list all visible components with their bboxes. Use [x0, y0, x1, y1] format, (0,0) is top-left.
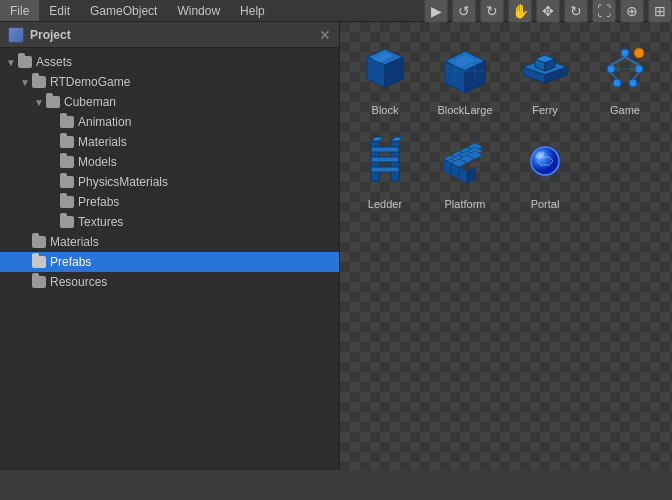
- svg-line-23: [625, 57, 639, 65]
- asset-label-portal: Portal: [531, 198, 560, 210]
- asset-item-blocklarge[interactable]: BlockLarge: [430, 32, 500, 116]
- tree-arrow-assets: [4, 55, 18, 69]
- folder-icon-physicsmaterials: [60, 176, 74, 188]
- asset-thumb-ledder: [350, 126, 420, 196]
- asset-label-block: Block: [372, 104, 399, 116]
- folder-icon-prefabs: [32, 256, 46, 268]
- tree-arrow-cubeman: [32, 95, 46, 109]
- folder-icon-textures-sub: [60, 216, 74, 228]
- tree-item-cubeman[interactable]: Cubeman: [0, 92, 339, 112]
- project-panel: Project ✕ Assets RTDemoGame Cubeman: [0, 22, 340, 470]
- asset-label-ferry: Ferry: [532, 104, 558, 116]
- rotate-tool-button[interactable]: ↻: [564, 0, 588, 23]
- tree-item-prefabs-sub[interactable]: Prefabs: [0, 192, 339, 212]
- ferry-icon: [517, 39, 573, 95]
- tree-item-animation[interactable]: Animation: [0, 112, 339, 132]
- tree-label-models: Models: [78, 155, 117, 169]
- asset-thumb-platform: [430, 126, 500, 196]
- folder-icon-rtdemogame: [32, 76, 46, 88]
- asset-thumb-game: [590, 32, 660, 102]
- svg-marker-49: [459, 167, 467, 183]
- tree-item-materials[interactable]: Materials: [0, 232, 339, 252]
- hand-tool-button[interactable]: ✋: [508, 0, 532, 23]
- panel-title: Project: [8, 27, 71, 43]
- move-tool-button[interactable]: ✥: [536, 0, 560, 23]
- tree-label-resources: Resources: [50, 275, 107, 289]
- svg-line-22: [611, 57, 625, 65]
- tree-label-rtdemogame: RTDemoGame: [50, 75, 130, 89]
- tree-item-physicsmaterials[interactable]: PhysicsMaterials: [0, 172, 339, 192]
- svg-rect-31: [371, 157, 399, 162]
- menu-edit[interactable]: Edit: [39, 0, 80, 21]
- platform-icon: [437, 133, 493, 189]
- panel-icon: [8, 27, 24, 43]
- svg-point-17: [621, 49, 629, 57]
- panel-title-label: Project: [30, 28, 71, 42]
- asset-grid: Block BlockLa: [340, 22, 672, 470]
- menu-gameobject[interactable]: GameObject: [80, 0, 167, 21]
- folder-icon-resources: [32, 276, 46, 288]
- tree-label-textures-sub: Textures: [78, 215, 123, 229]
- panel-close-button[interactable]: ✕: [319, 28, 331, 42]
- tree-label-cubeman: Cubeman: [64, 95, 116, 109]
- svg-point-52: [531, 147, 559, 175]
- folder-icon-cubeman: [46, 96, 60, 108]
- svg-line-24: [611, 73, 617, 79]
- asset-item-block[interactable]: Block: [350, 32, 420, 116]
- asset-item-game[interactable]: Game: [590, 32, 660, 116]
- game-icon: [597, 39, 653, 95]
- tree-item-resources[interactable]: Resources: [0, 272, 339, 292]
- svg-marker-33: [371, 137, 383, 141]
- main-content: Project ✕ Assets RTDemoGame Cubeman: [0, 22, 672, 470]
- svg-point-27: [634, 48, 644, 58]
- play-button[interactable]: ▶: [424, 0, 448, 23]
- folder-icon-assets: [18, 56, 32, 68]
- extra-button[interactable]: ⊞: [648, 0, 672, 23]
- asset-label-game: Game: [610, 104, 640, 116]
- asset-view: Block BlockLa: [340, 22, 672, 470]
- tree-item-models[interactable]: Models: [0, 152, 339, 172]
- svg-rect-32: [371, 167, 399, 172]
- asset-label-platform: Platform: [445, 198, 486, 210]
- asset-thumb-ferry: [510, 32, 580, 102]
- asset-item-platform[interactable]: Platform: [430, 126, 500, 210]
- tree-item-assets[interactable]: Assets: [0, 52, 339, 72]
- tree-item-materials-sub[interactable]: Materials: [0, 132, 339, 152]
- ledder-icon: [357, 133, 413, 189]
- svg-line-25: [633, 73, 639, 79]
- tree-label-prefabs-sub: Prefabs: [78, 195, 119, 209]
- folder-icon-animation: [60, 116, 74, 128]
- menu-bar: File Edit GameObject Window Help ▶ ↺ ↻ ✋…: [0, 0, 672, 22]
- menu-help[interactable]: Help: [230, 0, 275, 21]
- undo-button[interactable]: ↺: [452, 0, 476, 23]
- block-icon: [357, 39, 413, 95]
- global-button[interactable]: ⊕: [620, 0, 644, 23]
- svg-point-20: [613, 79, 621, 87]
- asset-thumb-block: [350, 32, 420, 102]
- panel-header: Project ✕: [0, 22, 339, 48]
- svg-rect-30: [371, 147, 399, 152]
- blocklarge-icon: [437, 39, 493, 95]
- tree-item-rtdemogame[interactable]: RTDemoGame: [0, 72, 339, 92]
- svg-marker-50: [467, 167, 475, 183]
- tree-label-materials-sub: Materials: [78, 135, 127, 149]
- tree-label-assets: Assets: [36, 55, 72, 69]
- tree-label-physicsmaterials: PhysicsMaterials: [78, 175, 168, 189]
- folder-icon-models: [60, 156, 74, 168]
- tree-label-materials: Materials: [50, 235, 99, 249]
- menu-window[interactable]: Window: [167, 0, 230, 21]
- folder-icon-prefabs-sub: [60, 196, 74, 208]
- portal-icon: [517, 133, 573, 189]
- menu-file[interactable]: File: [0, 0, 39, 21]
- folder-icon-materials-sub: [60, 136, 74, 148]
- asset-item-portal[interactable]: Portal: [510, 126, 580, 210]
- redo-button[interactable]: ↻: [480, 0, 504, 23]
- asset-item-ferry[interactable]: Ferry: [510, 32, 580, 116]
- asset-item-ledder[interactable]: Ledder: [350, 126, 420, 210]
- tree-item-prefabs[interactable]: Prefabs: [0, 252, 339, 272]
- tree-item-textures-sub[interactable]: Textures: [0, 212, 339, 232]
- tree-view[interactable]: Assets RTDemoGame Cubeman Animation: [0, 48, 339, 470]
- asset-thumb-portal: [510, 126, 580, 196]
- scale-tool-button[interactable]: ⛶: [592, 0, 616, 23]
- svg-point-21: [629, 79, 637, 87]
